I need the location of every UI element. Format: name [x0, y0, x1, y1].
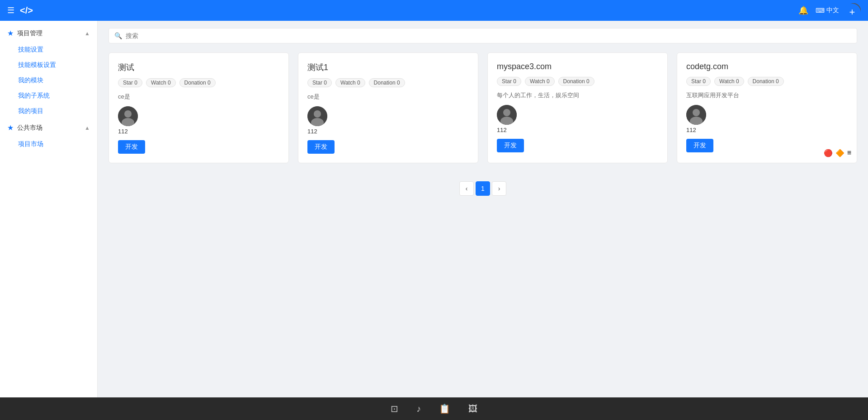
card-codetg-badges: Star 0 Watch 0 Donation 0	[686, 77, 848, 86]
sidebar-item-skill-settings[interactable]: 技能设置	[0, 42, 97, 57]
pagination-prev[interactable]: ‹	[459, 181, 474, 196]
card-test-dev-button[interactable]: 开发	[118, 140, 145, 154]
badge-donation-2[interactable]: Donation 0	[369, 78, 405, 87]
chevron-up-icon: ▲	[85, 30, 90, 37]
sidebar-item-my-projects[interactable]: 我的项目	[0, 104, 97, 119]
user-avatar-3	[497, 105, 517, 125]
cards-grid: 测试 Star 0 Watch 0 Donation 0 ce是	[108, 52, 857, 163]
add-project-button[interactable]: +	[844, 4, 861, 21]
card-myspace: myspace3.com Star 0 Watch 0 Donation 0 每…	[487, 52, 668, 163]
navbar-logo: </>	[20, 5, 33, 16]
sidebar-item-skill-template[interactable]: 技能模板设置	[0, 57, 97, 73]
search-icon: 🔍	[114, 32, 122, 39]
badge-donation[interactable]: Donation 0	[179, 78, 216, 87]
taskbar: ⊡ ♪ 📋 🖼	[0, 397, 868, 420]
badge-star-3[interactable]: Star 0	[497, 77, 521, 86]
svg-point-7	[314, 110, 321, 118]
sidebar-item-my-modules[interactable]: 我的模块	[0, 73, 97, 88]
card-codetg-user-number: 112	[686, 127, 696, 133]
card-myspace-title: myspace3.com	[497, 62, 658, 71]
svg-point-13	[693, 109, 700, 116]
main-layout: ★ 项目管理 ▲ 技能设置 技能模板设置 我的模块 我的子系统 我的项目 ★ 公…	[0, 21, 868, 397]
main-content: 🔍 测试 Star 0 Watch 0 Donation 0 ce是	[98, 21, 868, 397]
badge-star-2[interactable]: Star 0	[307, 78, 332, 87]
card-test-desc: ce是	[118, 93, 279, 101]
card-test-title: 测试	[118, 62, 279, 73]
badge-watch[interactable]: Watch 0	[146, 78, 176, 87]
section-project-management-label: 项目管理	[17, 29, 42, 38]
badge-donation-3[interactable]: Donation 0	[558, 77, 594, 86]
svg-point-4	[124, 110, 132, 118]
taskbar-image-icon[interactable]: 🖼	[468, 404, 477, 414]
sidebar-item-project-market[interactable]: 项目市场	[0, 137, 97, 152]
pagination-next[interactable]: ›	[492, 181, 506, 196]
taskbar-music-icon[interactable]: ♪	[416, 404, 421, 414]
card-icon-menu[interactable]: ≡	[847, 149, 851, 157]
chevron-up-icon-2: ▲	[85, 125, 90, 131]
card-myspace-user-number: 112	[497, 127, 507, 133]
badge-star[interactable]: Star 0	[118, 78, 142, 87]
card-test1-user: 112	[307, 106, 469, 135]
card-codetg-icons: 🔴 🔶 ≡	[824, 149, 851, 157]
card-test-badges: Star 0 Watch 0 Donation 0	[118, 78, 279, 87]
svg-point-10	[503, 109, 510, 116]
pagination-page-1[interactable]: 1	[476, 181, 490, 196]
card-test: 测试 Star 0 Watch 0 Donation 0 ce是	[108, 52, 289, 163]
card-icon-red[interactable]: 🔴	[824, 149, 833, 157]
navbar: ☰ </> 🔔 ⌨ 中文	[0, 0, 868, 21]
taskbar-video-icon[interactable]: ⊡	[391, 403, 398, 414]
card-codetg-user: 112	[686, 105, 848, 133]
card-test-user-number: 112	[118, 128, 128, 135]
user-avatar-4	[686, 105, 706, 125]
badge-watch-2[interactable]: Watch 0	[335, 78, 365, 87]
card-icon-orange[interactable]: 🔶	[835, 149, 844, 157]
card-test-user: 112	[118, 106, 279, 135]
card-test1-badges: Star 0 Watch 0 Donation 0	[307, 78, 469, 87]
badge-watch-3[interactable]: Watch 0	[525, 77, 555, 86]
sidebar-item-my-subsystems[interactable]: 我的子系统	[0, 88, 97, 104]
card-myspace-user: 112	[497, 105, 658, 133]
badge-watch-4[interactable]: Watch 0	[714, 77, 744, 86]
card-myspace-desc: 每个人的工作，生活，娱乐空间	[497, 91, 658, 99]
user-avatar-2	[307, 106, 327, 126]
badge-donation-4[interactable]: Donation 0	[748, 77, 784, 86]
bell-icon[interactable]: 🔔	[798, 5, 808, 15]
taskbar-book-icon[interactable]: 📋	[439, 403, 450, 414]
card-myspace-dev-button[interactable]: 开发	[497, 139, 524, 152]
hamburger-icon[interactable]: ☰	[7, 5, 14, 15]
user-avatar-1	[118, 106, 138, 126]
search-input[interactable]	[126, 32, 851, 39]
search-bar: 🔍	[108, 28, 857, 43]
section-public-market[interactable]: ★ 公共市场 ▲	[0, 119, 97, 137]
card-myspace-badges: Star 0 Watch 0 Donation 0	[497, 77, 658, 86]
section-public-market-label: 公共市场	[17, 124, 42, 132]
card-codetg-dev-button[interactable]: 开发	[686, 139, 713, 152]
card-test1: 测试1 Star 0 Watch 0 Donation 0 ce是	[298, 52, 478, 163]
card-codetg: codetg.com Star 0 Watch 0 Donation 0 互联网…	[677, 52, 857, 163]
star-icon: ★	[7, 29, 14, 38]
card-test1-desc: ce是	[307, 93, 469, 101]
section-project-management[interactable]: ★ 项目管理 ▲	[0, 24, 97, 42]
star-icon-2: ★	[7, 123, 14, 132]
pagination: ‹ 1 ›	[108, 174, 857, 203]
card-test1-title: 测试1	[307, 62, 469, 73]
card-test1-user-number: 112	[307, 128, 317, 135]
keyboard-icon: ⌨	[816, 7, 825, 14]
sidebar: ★ 项目管理 ▲ 技能设置 技能模板设置 我的模块 我的子系统 我的项目 ★ 公…	[0, 21, 98, 397]
navbar-left: ☰ </>	[7, 5, 33, 16]
card-codetg-desc: 互联网应用开发平台	[686, 91, 848, 99]
badge-star-4[interactable]: Star 0	[686, 77, 711, 86]
card-codetg-title: codetg.com	[686, 62, 848, 71]
card-test1-dev-button[interactable]: 开发	[307, 140, 335, 154]
lang-switcher[interactable]: ⌨ 中文	[816, 6, 839, 14]
